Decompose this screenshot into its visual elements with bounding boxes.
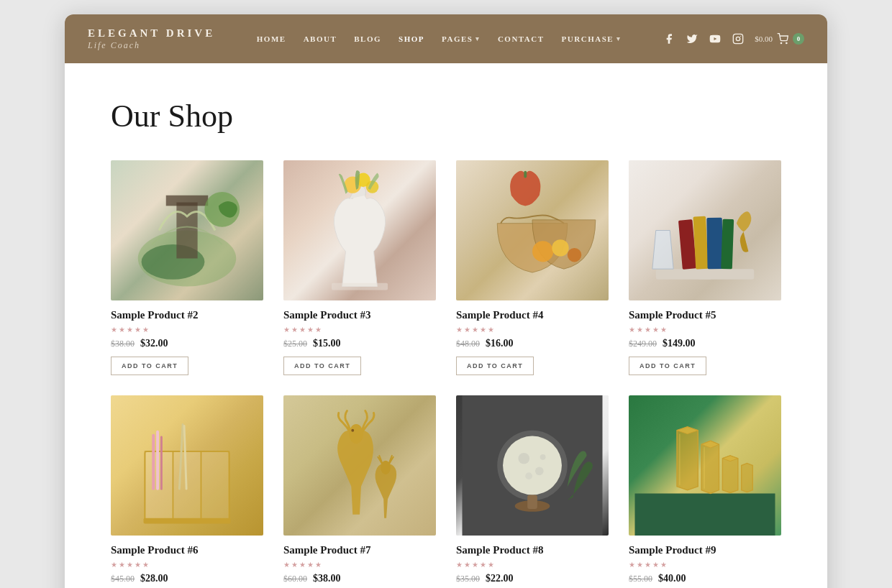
product-image-wrap[interactable] bbox=[283, 160, 436, 300]
product-card: Sample Product #9 ★ ★ ★ ★ ★ $55.00 $40.0… bbox=[629, 395, 781, 588]
svg-point-18 bbox=[568, 248, 582, 262]
svg-point-46 bbox=[540, 454, 546, 460]
header-right: $0.00 0 bbox=[663, 32, 804, 45]
cart-area[interactable]: $0.00 0 bbox=[755, 33, 804, 45]
product-image-wrap[interactable] bbox=[629, 395, 781, 536]
star-4: ★ bbox=[135, 561, 141, 569]
product-image-wrap[interactable] bbox=[111, 395, 263, 536]
twitter-icon[interactable] bbox=[686, 32, 698, 45]
nav-home[interactable]: HOME bbox=[257, 35, 286, 43]
add-to-cart-button[interactable]: ADD TO CART bbox=[283, 357, 361, 375]
svg-rect-24 bbox=[721, 219, 734, 270]
nav-pages[interactable]: PAGES ▾ bbox=[442, 35, 481, 43]
product-image-wrap[interactable] bbox=[283, 395, 436, 536]
star-4: ★ bbox=[652, 326, 659, 334]
star-1: ★ bbox=[629, 326, 635, 334]
nav-shop[interactable]: SHOP bbox=[399, 35, 424, 43]
star-5: ★ bbox=[142, 326, 149, 334]
product-name: Sample Product #8 bbox=[456, 544, 609, 556]
product-image bbox=[283, 160, 436, 300]
star-4: ★ bbox=[480, 326, 486, 334]
star-1: ★ bbox=[111, 326, 117, 334]
price-sale: $32.00 bbox=[140, 338, 168, 349]
svg-rect-48 bbox=[527, 495, 537, 509]
star-2: ★ bbox=[291, 326, 298, 334]
price-row: $45.00 $28.00 bbox=[111, 573, 263, 584]
price-sale: $16.00 bbox=[486, 338, 514, 349]
star-5: ★ bbox=[660, 561, 667, 569]
nav-about[interactable]: ABOUT bbox=[304, 35, 337, 43]
product-name: Sample Product #7 bbox=[283, 544, 436, 556]
nav-contact[interactable]: CONTACT bbox=[498, 35, 545, 43]
star-1: ★ bbox=[456, 561, 463, 569]
price-row: $38.00 $32.00 bbox=[111, 338, 263, 349]
price-row: $55.00 $40.00 bbox=[629, 573, 781, 584]
product-rating: ★ ★ ★ ★ ★ bbox=[629, 561, 781, 569]
product-rating: ★ ★ ★ ★ ★ bbox=[456, 561, 609, 569]
product-image bbox=[456, 395, 609, 536]
svg-point-38 bbox=[381, 461, 391, 475]
product-name: Sample Product #9 bbox=[629, 544, 781, 556]
product-name: Sample Product #6 bbox=[111, 544, 263, 556]
svg-point-3 bbox=[740, 36, 741, 37]
star-3: ★ bbox=[299, 326, 306, 334]
product-image-wrap[interactable] bbox=[456, 395, 609, 536]
add-to-cart-button[interactable]: ADD TO CART bbox=[629, 357, 706, 375]
product-image-wrap[interactable] bbox=[629, 160, 781, 300]
logo-title: ELEGANT DRIVE bbox=[88, 27, 215, 40]
star-5: ★ bbox=[488, 561, 494, 569]
price-original: $249.00 bbox=[629, 339, 657, 349]
star-3: ★ bbox=[127, 561, 133, 569]
product-image bbox=[629, 160, 781, 300]
product-card: Sample Product #3 ★ ★ ★ ★ ★ $25.00 $15.0… bbox=[283, 160, 436, 375]
product-image bbox=[629, 395, 781, 536]
svg-point-45 bbox=[525, 472, 532, 479]
chevron-down-icon: ▾ bbox=[616, 35, 622, 42]
svg-point-4 bbox=[780, 42, 781, 43]
price-sale: $149.00 bbox=[663, 338, 696, 349]
star-2: ★ bbox=[119, 561, 125, 569]
price-row: $35.00 $22.00 bbox=[456, 573, 609, 584]
svg-rect-9 bbox=[166, 196, 209, 206]
price-original: $55.00 bbox=[629, 574, 652, 584]
youtube-icon[interactable] bbox=[709, 32, 722, 45]
instagram-icon[interactable] bbox=[732, 32, 745, 45]
product-card: Sample Product #5 ★ ★ ★ ★ ★ $249.00 $149… bbox=[629, 160, 781, 375]
shop-title: Our Shop bbox=[111, 98, 781, 134]
price-row: $48.00 $16.00 bbox=[456, 338, 609, 349]
chevron-down-icon: ▾ bbox=[475, 35, 481, 42]
cart-price: $0.00 bbox=[755, 35, 773, 43]
product-image bbox=[111, 395, 263, 536]
product-image bbox=[283, 395, 436, 536]
product-image-wrap[interactable] bbox=[456, 160, 609, 300]
nav-blog[interactable]: BLOG bbox=[354, 35, 381, 43]
product-image-wrap[interactable] bbox=[111, 160, 263, 300]
svg-point-44 bbox=[535, 467, 544, 475]
product-card: Sample Product #4 ★ ★ ★ ★ ★ $48.00 $16.0… bbox=[456, 160, 609, 375]
star-2: ★ bbox=[637, 561, 643, 569]
add-to-cart-button[interactable]: ADD TO CART bbox=[456, 357, 534, 375]
facebook-icon[interactable] bbox=[663, 32, 675, 45]
cart-badge: 0 bbox=[793, 33, 804, 45]
product-rating: ★ ★ ★ ★ ★ bbox=[456, 326, 609, 334]
star-4: ★ bbox=[307, 561, 314, 569]
product-rating: ★ ★ ★ ★ ★ bbox=[111, 561, 263, 569]
product-card: Sample Product #8 ★ ★ ★ ★ ★ $35.00 $22.0… bbox=[456, 395, 609, 588]
price-row: $25.00 $15.00 bbox=[283, 338, 436, 349]
price-original: $48.00 bbox=[456, 339, 480, 349]
products-grid: Sample Product #2 ★ ★ ★ ★ ★ $38.00 $32.0… bbox=[111, 160, 781, 588]
price-sale: $38.00 bbox=[313, 573, 341, 584]
product-card: Sample Product #7 ★ ★ ★ ★ ★ $60.00 $38.0… bbox=[283, 395, 436, 588]
svg-rect-31 bbox=[156, 431, 159, 490]
svg-marker-50 bbox=[677, 427, 698, 490]
star-2: ★ bbox=[119, 326, 125, 334]
logo-area[interactable]: ELEGANT DRIVE Life Coach bbox=[88, 27, 215, 51]
star-3: ★ bbox=[299, 561, 306, 569]
product-card: Sample Product #6 ★ ★ ★ ★ ★ $45.00 $28.0… bbox=[111, 395, 263, 588]
add-to-cart-button[interactable]: ADD TO CART bbox=[111, 357, 188, 375]
main-nav: HOME ABOUT BLOG SHOP PAGES ▾ CONTACT PUR… bbox=[257, 35, 622, 43]
star-2: ★ bbox=[464, 326, 470, 334]
star-2: ★ bbox=[291, 561, 298, 569]
product-name: Sample Product #3 bbox=[283, 309, 436, 321]
nav-purchase[interactable]: PURCHASE ▾ bbox=[562, 35, 622, 43]
